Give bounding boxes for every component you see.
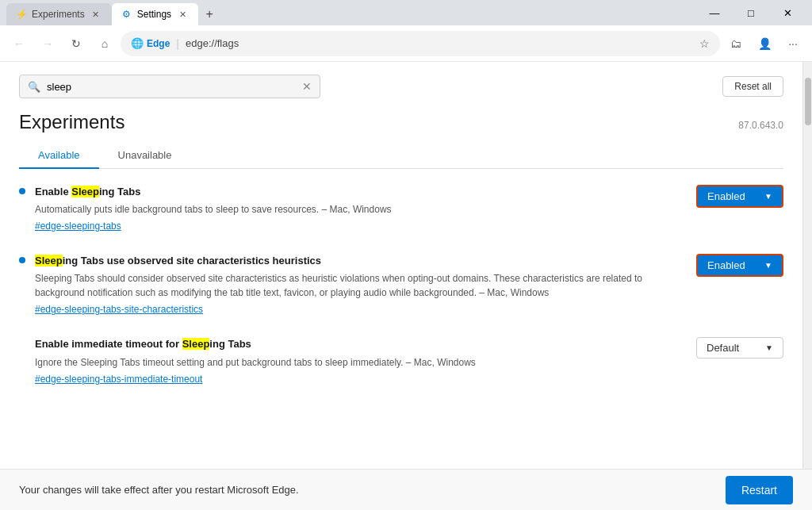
refresh-button[interactable]: ↻ (63, 31, 89, 56)
title-bar: ⚡ Experiments ✕ ⚙ Settings ✕ + — □ ✕ (0, 0, 812, 25)
toolbar-right: 🗂 👤 ··· (723, 31, 806, 56)
flag-item-sleeping-heuristics: Sleeping Tabs use observed site characte… (19, 254, 783, 315)
browser-content: 🔍 ✕ Reset all Experiments 87.0.643.0 Ava… (0, 62, 812, 469)
flag-item-sleeping-tabs: Enable Sleeping Tabs Automatically puts … (19, 185, 783, 232)
navigation-bar: ← → ↻ ⌂ 🌐 Edge | edge://flags ☆ 🗂 👤 ··· (0, 25, 812, 62)
reset-all-button[interactable]: Reset all (722, 76, 783, 97)
more-button[interactable]: ··· (780, 31, 806, 56)
flag-title-after-3: ing Tabs (209, 338, 251, 350)
settings-favicon: ⚙ (121, 9, 132, 20)
flag-title-before-1: Enable (35, 186, 71, 197)
tab-settings-label: Settings (137, 9, 171, 20)
flag-title-highlight-1: Sleep (71, 186, 99, 197)
flag-enabled-button-1[interactable]: Enabled ▼ (696, 185, 783, 208)
flags-list: Enable Sleeping Tabs Automatically puts … (0, 169, 802, 423)
edge-logo-icon: 🌐 (131, 37, 144, 49)
close-button[interactable]: ✕ (769, 0, 806, 25)
flag-chevron-1: ▼ (764, 192, 772, 201)
new-tab-button[interactable]: + (198, 3, 220, 25)
flag-body-1: Enable Sleeping Tabs Automatically puts … (35, 185, 687, 232)
address-text: edge://flags (186, 37, 239, 49)
tab-experiments-close[interactable]: ✕ (90, 8, 102, 21)
flag-title-2: Sleeping Tabs use observed site characte… (35, 254, 687, 268)
scrollbar[interactable] (802, 62, 812, 469)
bottom-bar: Your changes will take effect after you … (0, 469, 812, 510)
forward-button[interactable]: → (35, 31, 60, 56)
search-box[interactable]: 🔍 ✕ (19, 75, 320, 98)
flag-title-before-3: Enable immediate timeout for (35, 338, 182, 350)
search-icon: 🔍 (28, 81, 40, 93)
back-button[interactable]: ← (6, 31, 32, 56)
flag-control-2: Enabled ▼ (696, 254, 783, 277)
page-title: Experiments (19, 111, 124, 133)
minimize-button[interactable]: — (696, 0, 733, 25)
flag-title-1: Enable Sleeping Tabs (35, 185, 687, 199)
address-divider: | (176, 37, 179, 50)
flag-title-highlight-3: Sleep (182, 338, 210, 350)
flag-desc-2: Sleeping Tabs should consider observed s… (35, 271, 687, 300)
flag-enabled-label-2: Enabled (707, 259, 745, 271)
flag-link-1[interactable]: #edge-sleeping-tabs (35, 220, 121, 232)
flag-default-button-3[interactable]: Default ▼ (696, 337, 783, 359)
flag-control-1: Enabled ▼ (696, 185, 783, 208)
experiments-favicon: ⚡ (16, 9, 27, 20)
flag-control-3: Default ▼ (696, 337, 783, 359)
search-clear-icon[interactable]: ✕ (302, 80, 312, 93)
flag-enabled-button-2[interactable]: Enabled ▼ (696, 254, 783, 277)
content-tab-bar: Available Unavailable (19, 143, 783, 169)
address-bar[interactable]: 🌐 Edge | edge://flags ☆ (121, 31, 720, 56)
flag-body-3: Enable immediate timeout for Sleeping Ta… (35, 337, 687, 384)
tab-available[interactable]: Available (19, 143, 99, 169)
flag-title-highlight-2: Sleep (35, 255, 63, 267)
flag-link-2[interactable]: #edge-sleeping-tabs-site-characteristics (35, 304, 203, 315)
flag-item-timeout: Enable immediate timeout for Sleeping Ta… (19, 337, 783, 384)
edge-brand-label: Edge (147, 38, 170, 49)
profile-button[interactable]: 👤 (752, 31, 777, 56)
flag-dot-1 (19, 188, 25, 194)
tab-settings[interactable]: ⚙ Settings ✕ (112, 3, 198, 25)
tab-experiments[interactable]: ⚡ Experiments ✕ (6, 3, 112, 25)
address-right-icons: ☆ (699, 37, 710, 50)
tab-experiments-label: Experiments (32, 9, 85, 20)
page-header: Experiments 87.0.643.0 (0, 105, 802, 133)
flag-chevron-2: ▼ (764, 261, 772, 270)
page-content: 🔍 ✕ Reset all Experiments 87.0.643.0 Ava… (0, 62, 802, 469)
window-controls: — □ ✕ (696, 0, 806, 25)
flag-enabled-label-1: Enabled (707, 190, 745, 202)
tab-strip: ⚡ Experiments ✕ ⚙ Settings ✕ + (6, 0, 696, 25)
favorites-icon[interactable]: ☆ (699, 37, 710, 50)
flag-chevron-3: ▼ (765, 343, 773, 352)
scroll-thumb[interactable] (805, 78, 811, 125)
version-label: 87.0.643.0 (738, 120, 783, 131)
edge-brand-wrap: 🌐 Edge (131, 37, 170, 49)
maximize-button[interactable]: □ (733, 0, 769, 25)
restart-message: Your changes will take effect after you … (19, 484, 713, 496)
tab-unavailable[interactable]: Unavailable (99, 143, 191, 169)
flag-title-3: Enable immediate timeout for Sleeping Ta… (35, 337, 687, 351)
flag-title-after-1: ing Tabs (99, 186, 140, 197)
restart-button[interactable]: Restart (726, 476, 793, 504)
flag-title-after-2: ing Tabs use observed site characteristi… (63, 255, 321, 267)
flag-desc-3: Ignore the Sleeping Tabs timeout setting… (35, 355, 687, 370)
flag-link-3[interactable]: #edge-sleeping-tabs-immediate-timeout (35, 374, 202, 385)
home-button[interactable]: ⌂ (92, 31, 117, 56)
tab-settings-close[interactable]: ✕ (176, 8, 189, 21)
flag-default-label-3: Default (707, 342, 739, 354)
flag-dot-2 (19, 257, 25, 263)
search-input[interactable] (47, 81, 296, 93)
collections-button[interactable]: 🗂 (723, 31, 749, 56)
flag-body-2: Sleeping Tabs use observed site characte… (35, 254, 687, 315)
search-area: 🔍 ✕ Reset all (0, 62, 802, 105)
flag-desc-1: Automatically puts idle background tabs … (35, 202, 687, 217)
